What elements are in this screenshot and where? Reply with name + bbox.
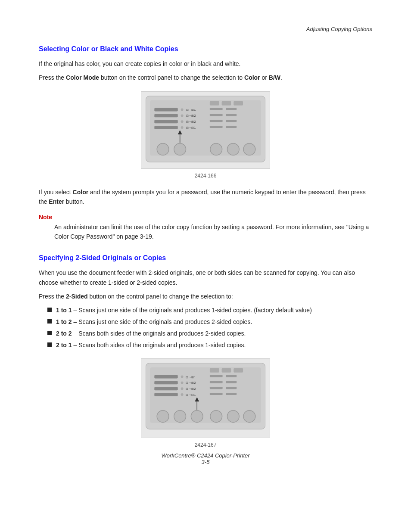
- svg-rect-4: [154, 120, 177, 123]
- para2-or: or: [260, 74, 269, 81]
- svg-rect-56: [234, 368, 243, 372]
- svg-rect-34: [154, 375, 177, 378]
- section1-image-caption: 2424-166: [39, 173, 372, 179]
- svg-point-26: [174, 143, 186, 155]
- svg-point-59: [191, 410, 203, 422]
- svg-rect-20: [226, 120, 237, 122]
- svg-rect-47: [210, 381, 223, 383]
- section2-para2: Press the 2-Sided button on the control …: [39, 292, 372, 301]
- svg-rect-50: [226, 375, 237, 377]
- list-item: 2 to 1 – Scans both sides of the origina…: [47, 341, 372, 350]
- bullet-text-2: 1 to 2 – Scans just one side of the orig…: [56, 317, 252, 327]
- s2-para2-bold: 2-Sided: [66, 293, 88, 300]
- control-panel-image-1: ⊡→⊞1 ⊡→⊞2 ⊟→⊞2 ⊟→⊟1: [141, 91, 270, 169]
- header-text: Adjusting Copying Options: [306, 26, 372, 32]
- control-panel-image-2: ⊡→⊞1 ⊡→⊞2 ⊟→⊞2 ⊟→⊟1: [141, 358, 270, 438]
- svg-point-28: [227, 143, 239, 155]
- page: Adjusting Copying Options Selecting Colo…: [0, 0, 411, 482]
- list-item: 1 to 2 – Scans just one side of the orig…: [47, 317, 372, 327]
- section2-title: Specifying 2-Sided Originals or Copies: [39, 254, 372, 262]
- bullet-text-4: 2 to 1 – Scans both sides of the origina…: [56, 341, 246, 350]
- svg-rect-21: [226, 126, 237, 128]
- svg-point-61: [227, 410, 239, 422]
- note-label: Note: [39, 214, 372, 221]
- section2: Specifying 2-Sided Originals or Copies W…: [39, 254, 372, 448]
- svg-rect-52: [226, 387, 237, 389]
- bullet-list: 1 to 1 – Scans just one side of the orig…: [47, 306, 372, 350]
- svg-point-38: [181, 375, 184, 378]
- section1-image-container: ⊡→⊞1 ⊡→⊞2 ⊟→⊞2 ⊟→⊟1: [39, 91, 372, 170]
- list-item: 1 to 1 – Scans just one side of the orig…: [47, 306, 372, 315]
- svg-rect-2: [154, 108, 177, 111]
- svg-rect-55: [222, 368, 231, 372]
- section1-para3: If you select Color and the system promp…: [39, 187, 372, 207]
- svg-text:⊡→⊞2: ⊡→⊞2: [186, 114, 196, 117]
- para2-bold1: Color Mode: [66, 74, 99, 81]
- svg-rect-18: [226, 108, 237, 110]
- bullet-icon-4: [47, 342, 52, 347]
- para2-prefix: Press the: [39, 74, 66, 81]
- note-text: An administrator can limit the use of th…: [54, 222, 372, 242]
- svg-point-58: [174, 410, 186, 422]
- svg-rect-46: [210, 375, 223, 377]
- bullet-text-1: 1 to 1 – Scans just one side of the orig…: [56, 306, 312, 315]
- section1-title: Selecting Color or Black and White Copie…: [39, 45, 372, 53]
- svg-rect-48: [210, 387, 223, 389]
- para2-suffix: .: [280, 74, 282, 81]
- svg-point-57: [157, 410, 169, 422]
- svg-point-39: [181, 381, 184, 384]
- footer: WorkCentre® C2424 Copier-Printer 3-5: [0, 452, 411, 465]
- para3-suffix: button.: [64, 198, 84, 205]
- header-right: Adjusting Copying Options: [39, 26, 372, 32]
- svg-rect-51: [226, 381, 237, 383]
- svg-text:⊟→⊞2: ⊟→⊞2: [186, 120, 196, 123]
- s2-para2-prefix: Press the: [39, 293, 66, 300]
- para3-bold1: Color: [73, 189, 89, 196]
- svg-rect-36: [154, 387, 177, 390]
- para3-prefix: If you select: [39, 189, 73, 196]
- svg-rect-16: [210, 120, 223, 122]
- bullet-icon-2: [47, 319, 52, 324]
- svg-text:⊟→⊟1: ⊟→⊟1: [186, 393, 196, 396]
- svg-point-40: [181, 387, 184, 390]
- svg-rect-23: [222, 101, 231, 106]
- svg-text:⊡→⊞1: ⊡→⊞1: [186, 108, 196, 111]
- svg-rect-15: [210, 114, 223, 116]
- svg-rect-17: [210, 126, 223, 128]
- svg-point-25: [157, 143, 169, 155]
- svg-rect-14: [210, 108, 223, 110]
- svg-rect-3: [154, 114, 177, 117]
- section2-image-caption: 2424-167: [39, 442, 372, 448]
- bullet-icon-1: [47, 308, 52, 312]
- svg-rect-37: [154, 393, 177, 396]
- section1-para2: Press the Color Mode button on the contr…: [39, 73, 372, 82]
- svg-text:⊡→⊞1: ⊡→⊞1: [186, 375, 196, 378]
- svg-rect-53: [226, 393, 237, 395]
- svg-rect-49: [210, 393, 223, 395]
- svg-point-41: [181, 393, 184, 396]
- svg-point-62: [243, 410, 255, 422]
- svg-point-29: [243, 143, 255, 155]
- svg-point-7: [181, 114, 184, 117]
- svg-text:⊟→⊞2: ⊟→⊞2: [186, 387, 196, 390]
- para2-mid: button on the control panel to change th…: [99, 74, 244, 81]
- s2-para2-suffix: button on the control panel to change th…: [88, 293, 233, 300]
- svg-rect-35: [154, 381, 177, 384]
- bullet-text-3: 2 to 2 – Scans both sides of the origina…: [56, 329, 246, 338]
- svg-point-8: [181, 120, 184, 123]
- footer-line1: WorkCentre® C2424 Copier-Printer: [0, 452, 411, 459]
- section1-para1: If the original has color, you can creat…: [39, 59, 372, 68]
- svg-text:⊡→⊞2: ⊡→⊞2: [186, 381, 196, 384]
- svg-point-9: [181, 126, 184, 129]
- svg-rect-24: [234, 101, 243, 106]
- svg-point-27: [210, 143, 222, 155]
- bullet-icon-3: [47, 331, 52, 335]
- section2-para1: When you use the document feeder with 2-…: [39, 268, 372, 287]
- svg-rect-19: [226, 114, 237, 116]
- svg-rect-54: [210, 368, 219, 372]
- para2-bold3: B/W: [269, 74, 280, 81]
- svg-rect-22: [210, 101, 219, 106]
- footer-line2: 3-5: [0, 459, 411, 465]
- svg-point-60: [210, 410, 222, 422]
- svg-text:⊟→⊟1: ⊟→⊟1: [186, 126, 196, 129]
